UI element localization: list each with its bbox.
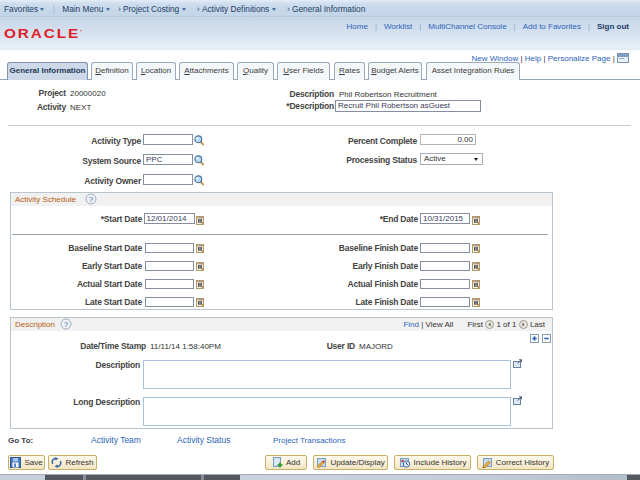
svg-text:?: ? bbox=[64, 320, 69, 329]
svg-text:?: ? bbox=[89, 195, 94, 204]
